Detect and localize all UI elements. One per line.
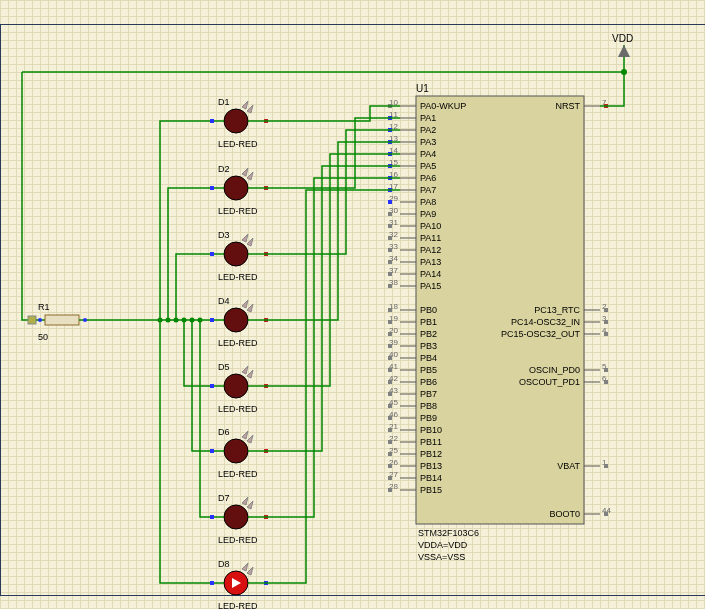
svg-marker-229 — [242, 431, 248, 439]
svg-text:PB12: PB12 — [420, 449, 442, 459]
svg-rect-72 — [388, 320, 392, 324]
ic-u1: U1 10PA0-WKUP11PA112PA213PA314PA415PA516… — [388, 83, 611, 562]
svg-text:PB3: PB3 — [420, 341, 437, 351]
svg-text:LED-RED: LED-RED — [218, 338, 258, 348]
svg-text:PB15: PB15 — [420, 485, 442, 495]
led-d6: D6LED-RED — [210, 427, 268, 479]
svg-text:PB4: PB4 — [420, 353, 437, 363]
svg-text:BOOT0: BOOT0 — [549, 509, 580, 519]
svg-text:D7: D7 — [218, 493, 230, 503]
svg-text:LED-RED: LED-RED — [218, 469, 258, 479]
svg-text:PB7: PB7 — [420, 389, 437, 399]
svg-point-190 — [224, 176, 248, 200]
cathode-bus — [155, 121, 214, 583]
svg-rect-84 — [388, 356, 392, 360]
svg-text:LED-RED: LED-RED — [218, 535, 258, 545]
svg-rect-213 — [210, 318, 214, 322]
svg-text:PC15-OSC32_OUT: PC15-OSC32_OUT — [501, 329, 581, 339]
svg-rect-222 — [210, 384, 214, 388]
svg-rect-166 — [28, 316, 36, 324]
svg-rect-104 — [388, 416, 392, 420]
svg-rect-169 — [45, 315, 79, 325]
svg-text:PA9: PA9 — [420, 209, 436, 219]
led-d1: D1LED-RED — [210, 97, 268, 149]
svg-rect-160 — [604, 512, 608, 516]
svg-marker-230 — [247, 435, 253, 443]
svg-rect-52 — [388, 248, 392, 252]
svg-point-199 — [224, 242, 248, 266]
svg-marker-239 — [247, 501, 253, 509]
svg-rect-64 — [388, 284, 392, 288]
svg-point-217 — [224, 374, 248, 398]
svg-point-208 — [224, 308, 248, 332]
svg-rect-128 — [388, 488, 392, 492]
led-d7: D7LED-RED — [210, 493, 268, 545]
svg-marker-193 — [242, 168, 248, 176]
svg-text:PA7: PA7 — [420, 185, 436, 195]
svg-rect-40 — [388, 212, 392, 216]
svg-marker-248 — [242, 563, 248, 571]
svg-rect-108 — [388, 428, 392, 432]
svg-rect-148 — [604, 368, 608, 372]
svg-rect-48 — [388, 236, 392, 240]
svg-rect-96 — [388, 392, 392, 396]
svg-text:LED-RED: LED-RED — [218, 404, 258, 414]
svg-text:PA15: PA15 — [420, 281, 441, 291]
svg-point-226 — [224, 439, 248, 463]
svg-rect-68 — [388, 308, 392, 312]
svg-rect-116 — [388, 452, 392, 456]
led-d8: D8LED-RED — [210, 559, 268, 609]
svg-text:LED-RED: LED-RED — [218, 206, 258, 216]
svg-text:PA13: PA13 — [420, 257, 441, 267]
svg-text:VDD: VDD — [612, 33, 633, 44]
svg-rect-140 — [604, 320, 608, 324]
ic-model: STM32F103C6 — [418, 528, 479, 538]
svg-text:PA10: PA10 — [420, 221, 441, 231]
svg-text:PB6: PB6 — [420, 377, 437, 387]
svg-text:LED-RED: LED-RED — [218, 272, 258, 282]
svg-rect-231 — [210, 449, 214, 453]
svg-marker-221 — [247, 370, 253, 378]
svg-point-235 — [224, 505, 248, 529]
led-d5: D5LED-RED — [210, 362, 268, 414]
svg-text:D5: D5 — [218, 362, 230, 372]
svg-text:PA8: PA8 — [420, 197, 436, 207]
svg-marker-184 — [242, 101, 248, 109]
svg-text:PA5: PA5 — [420, 161, 436, 171]
svg-text:PA12: PA12 — [420, 245, 441, 255]
svg-rect-120 — [388, 464, 392, 468]
svg-point-171 — [83, 318, 87, 322]
svg-rect-92 — [388, 380, 392, 384]
svg-marker-238 — [242, 497, 248, 505]
svg-text:PB14: PB14 — [420, 473, 442, 483]
svg-rect-156 — [604, 464, 608, 468]
svg-rect-80 — [388, 344, 392, 348]
svg-text:PA1: PA1 — [420, 113, 436, 123]
svg-text:PA2: PA2 — [420, 125, 436, 135]
svg-text:D8: D8 — [218, 559, 230, 569]
svg-text:D4: D4 — [218, 296, 230, 306]
svg-marker-185 — [247, 105, 253, 113]
led-d3: D3LED-RED — [210, 230, 268, 282]
svg-text:R1: R1 — [38, 302, 50, 312]
svg-rect-144 — [604, 332, 608, 336]
ic-note2: VSSA=VSS — [418, 552, 465, 562]
svg-rect-186 — [210, 119, 214, 123]
svg-text:PA3: PA3 — [420, 137, 436, 147]
svg-text:PA11: PA11 — [420, 233, 441, 243]
svg-rect-152 — [604, 380, 608, 384]
svg-text:PB8: PB8 — [420, 401, 437, 411]
svg-marker-249 — [247, 567, 253, 575]
svg-text:OSCOUT_PD1: OSCOUT_PD1 — [519, 377, 580, 387]
svg-text:PB0: PB0 — [420, 305, 437, 315]
svg-point-181 — [224, 109, 248, 133]
svg-point-168 — [38, 318, 42, 322]
svg-text:NRST: NRST — [556, 101, 581, 111]
svg-rect-240 — [210, 515, 214, 519]
svg-text:D1: D1 — [218, 97, 230, 107]
svg-text:PA6: PA6 — [420, 173, 436, 183]
svg-text:PB13: PB13 — [420, 461, 442, 471]
svg-rect-44 — [388, 224, 392, 228]
svg-text:PB11: PB11 — [420, 437, 442, 447]
svg-text:PB2: PB2 — [420, 329, 437, 339]
